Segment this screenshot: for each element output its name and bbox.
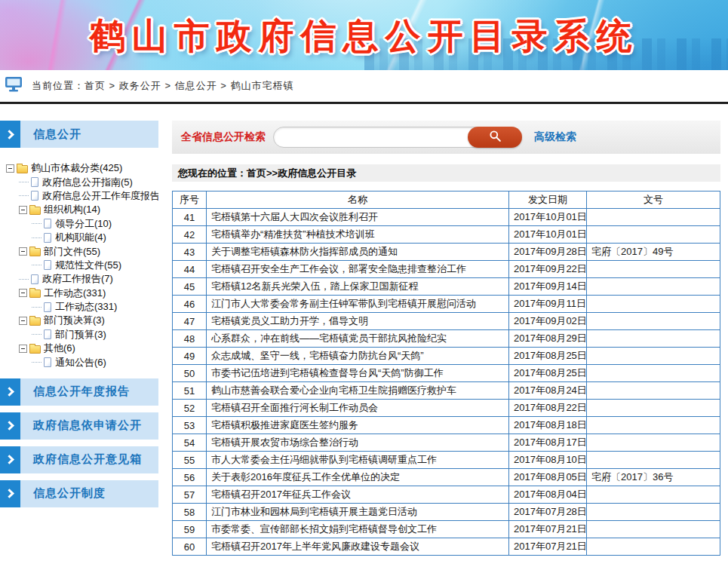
cell-name-link[interactable]: 宅梧镇第十六届人大四次会议胜利召开 (207, 209, 509, 226)
tree-connector (32, 334, 41, 335)
header-issue-date: 发文日期 (509, 191, 587, 209)
cell-serial-no: 56 (173, 469, 207, 486)
tree-item[interactable]: 部门预算(3) (2, 328, 158, 342)
sidebar-nav-item[interactable]: 信息公开制度 (0, 480, 158, 507)
tree-item[interactable]: 组织机构(14) (2, 203, 158, 216)
sidebar-nav-item[interactable]: 政府信息依申请公开 (0, 412, 158, 440)
tree-item[interactable]: 政府信息公开指南(5) (2, 175, 158, 188)
category-tree: 鹤山市体裁分类(425) 政府信息公开指南(5) 政府信息公开工作年度报告( (2, 161, 158, 369)
cell-name-link[interactable]: 众志成城、坚守一线，宅梧镇奋力防抗台风“天鸽” (207, 348, 509, 365)
sidebar-section-info-disclosure[interactable]: 信息公开 (0, 121, 158, 148)
tree-item[interactable]: 工作动态(331) (2, 286, 158, 300)
sidebar-nav-label: 政府信息依申请公开 (20, 412, 158, 440)
tree-collapse-icon[interactable] (19, 345, 27, 353)
cell-doc-number (587, 400, 720, 417)
cell-name-link[interactable]: 市委书记伍培进到宅梧镇检查督导台风“天鸽”防御工作 (207, 365, 509, 382)
cell-name-link[interactable]: 江门市人大常委会常务副主任钟军带队到宅梧镇开展慰问活动 (207, 296, 509, 313)
sidebar-nav-item[interactable]: 政府信息公开意见箱 (0, 446, 158, 473)
tree-item[interactable]: 政府信息公开工作年度报告( (2, 189, 158, 203)
cell-name-link[interactable]: 宅梧镇12名新兵光荣入伍，踏上保家卫国新征程 (207, 278, 509, 296)
tree-item[interactable]: 工作动态(331) (2, 300, 158, 314)
folder-icon (29, 248, 41, 256)
cell-name-link[interactable]: 鹤山市慈善会联合爱心企业向宅梧卫生院捐赠医疗救护车 (207, 382, 509, 400)
cell-serial-no: 58 (173, 504, 207, 521)
cell-issue-date: 2017年08月22日 (509, 400, 587, 417)
search-label: 全省信息公开检索 (181, 130, 266, 144)
chevron-right-icon (0, 121, 20, 148)
cell-serial-no: 52 (173, 400, 207, 417)
cell-serial-no: 59 (173, 521, 207, 538)
tree-item[interactable]: 部门预决算(3) (2, 314, 158, 327)
cell-name-link[interactable]: 宅梧镇举办“精准扶贫”种植技术培训班 (207, 226, 509, 244)
search-button[interactable] (468, 127, 522, 148)
tree-item-label: 工作动态(331) (55, 300, 117, 314)
table-row: 46 江门市人大常委会常务副主任钟军带队到宅梧镇开展慰问活动 2017年09月1… (173, 296, 720, 313)
tree-item-label: 其他(6) (44, 342, 75, 355)
cell-doc-number (587, 417, 720, 434)
cell-name-link[interactable]: 宅梧镇召开2017年征兵工作会议 (207, 486, 509, 504)
cell-name-link[interactable]: 关于调整宅梧镇森林防火指挥部成员的通知 (207, 244, 509, 261)
cell-serial-no: 57 (173, 486, 207, 504)
tree-item[interactable]: 规范性文件(55) (2, 259, 158, 272)
cell-doc-number (587, 365, 720, 382)
cell-issue-date: 2017年07月21日 (509, 538, 587, 556)
tree-item-label: 通知公告(6) (55, 356, 106, 369)
cell-issue-date: 2017年08月25日 (509, 348, 587, 365)
table-row: 50 市委书记伍培进到宅梧镇检查督导台风“天鸽”防御工作 2017年08月25日 (173, 365, 720, 382)
cell-name-link[interactable]: 市委常委、宣传部部长招文娟到宅梧镇督导创文工作 (207, 521, 509, 538)
document-icon (44, 329, 51, 339)
cell-name-link[interactable]: 宅梧镇党员义工助力开学，倡导文明 (207, 313, 509, 330)
table-row: 51 鹤山市慈善会联合爱心企业向宅梧卫生院捐赠医疗救护车 2017年08月24日 (173, 382, 720, 400)
tree-item[interactable]: 通知公告(6) (2, 355, 158, 369)
table-row: 58 江门市林业和园林局到宅梧镇开展主题党日活动 2017年07月28日 (173, 504, 720, 521)
cell-name-link[interactable]: 江门市林业和园林局到宅梧镇开展主题党日活动 (207, 504, 509, 521)
table-row: 53 宅梧镇积极推进家庭医生签约服务 2017年08月18日 (173, 417, 720, 434)
sidebar-nav-label: 政府信息公开意见箱 (20, 446, 158, 473)
cell-issue-date: 2017年09月28日 (509, 244, 587, 261)
tree-item[interactable]: 领导分工(10) (2, 217, 158, 231)
advanced-search-link[interactable]: 高级检索 (534, 130, 576, 144)
sidebar-nav: 信息公开年度报告 政府信息依申请公开 政府信息公开意见箱 信息公开制度 (0, 378, 158, 507)
cell-issue-date: 2017年09月11日 (509, 296, 587, 313)
tree-item[interactable]: 机构职能(4) (2, 231, 158, 244)
tree-connector (32, 307, 41, 308)
cell-name-link[interactable]: 宅梧镇召开全面推行河长制工作动员会 (207, 400, 509, 417)
cell-name-link[interactable]: 心系群众，冲在前线——宅梧镇党员干部抗风抢险纪实 (207, 330, 509, 348)
table-row: 47 宅梧镇党员义工助力开学，倡导文明 2017年09月02日 (173, 313, 720, 330)
cell-name-link[interactable]: 关于表彰2016年度征兵工作全优单位的决定 (207, 469, 509, 486)
cell-name-link[interactable]: 宅梧镇召开安全生产工作会议，部署安全隐患排查整治工作 (207, 261, 509, 278)
tree-connector (32, 362, 41, 363)
tree-item[interactable]: 鹤山市体裁分类(425) (2, 161, 158, 175)
tree-collapse-icon[interactable] (19, 206, 27, 214)
table-row: 42 宅梧镇举办“精准扶贫”种植技术培训班 2017年10月01日 (173, 226, 720, 244)
search-magnifier-icon (489, 130, 502, 145)
tree-collapse-icon[interactable] (19, 289, 27, 297)
cell-doc-number (587, 226, 720, 244)
cell-issue-date: 2017年08月24日 (509, 382, 587, 400)
header-doc-number: 文号 (587, 191, 720, 209)
tree-connector (19, 195, 29, 196)
folder-icon (29, 345, 41, 354)
cell-name-link[interactable]: 宅梧镇积极推进家庭医生签约服务 (207, 417, 509, 434)
cell-doc-number (587, 330, 720, 348)
tree-item-label: 工作动态(331) (44, 286, 106, 300)
tree-item[interactable]: 部门文件(55) (2, 244, 158, 258)
cell-name-link[interactable]: 市人大常委会主任冯细就带队到宅梧镇调研重点工作 (207, 452, 509, 469)
tree-item[interactable]: 政府工作报告(7) (2, 272, 158, 286)
tree-item[interactable]: 其他(6) (2, 342, 158, 355)
sidebar: 信息公开 鹤山市体裁分类(425) 政府信息公开指南(5) (0, 121, 158, 556)
cell-doc-number (587, 261, 720, 278)
tree-collapse-icon[interactable] (19, 247, 27, 256)
tree-collapse-icon[interactable] (19, 317, 27, 325)
table-row: 57 宅梧镇召开2017年征兵工作会议 2017年08月04日 (173, 486, 720, 504)
cell-doc-number (587, 209, 720, 226)
tree-item-label: 部门文件(55) (44, 245, 100, 259)
sidebar-nav-item[interactable]: 信息公开年度报告 (0, 378, 158, 406)
tree-collapse-icon[interactable] (6, 164, 14, 173)
cell-name-link[interactable]: 宅梧镇召开2017年上半年党风廉政建设专题会议 (207, 538, 509, 556)
breadcrumb[interactable]: 当前位置：首页 > 政务公开 > 信息公开 > 鹤山市宅梧镇 (32, 79, 293, 93)
search-bar: 全省信息公开检索 高级检索 (172, 121, 720, 154)
table-row: 59 市委常委、宣传部部长招文娟到宅梧镇督导创文工作 2017年07月21日 (173, 521, 720, 538)
cell-name-link[interactable]: 宅梧镇开展农贸市场综合整治行动 (207, 434, 509, 452)
cell-issue-date: 2017年08月10日 (509, 452, 587, 469)
